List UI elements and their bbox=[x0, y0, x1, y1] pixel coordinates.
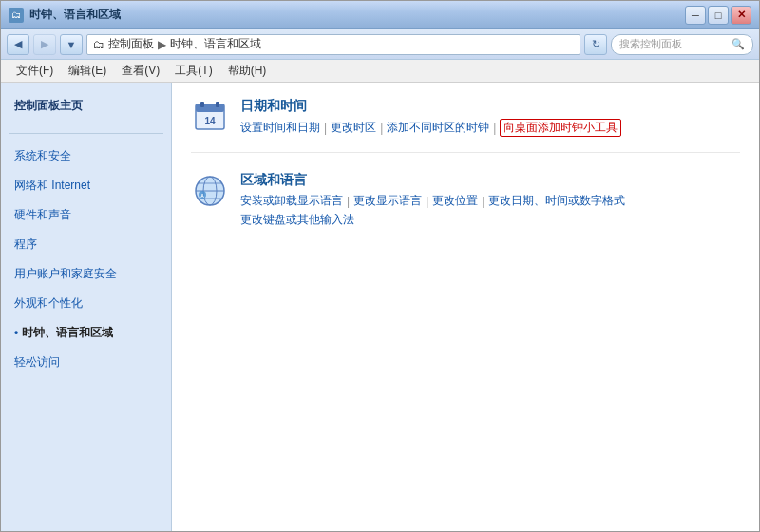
sidebar-item-accessibility[interactable]: 轻松访问 bbox=[9, 352, 163, 373]
menubar: 文件(F) 编辑(E) 查看(V) 工具(T) 帮助(H) bbox=[1, 60, 759, 83]
forward-button[interactable]: ▶ bbox=[33, 34, 56, 55]
region-title[interactable]: 区域和语言 bbox=[240, 172, 740, 189]
region-panel: A 区域和语言 安装或卸载显示语言 | 更改显示语言 | 更改位置 | 更改日期… bbox=[191, 172, 740, 243]
region-info: 区域和语言 安装或卸载显示语言 | 更改显示语言 | 更改位置 | 更改日期、时… bbox=[240, 172, 740, 228]
menu-edit[interactable]: 编辑(E) bbox=[61, 61, 114, 81]
svg-rect-3 bbox=[216, 102, 219, 107]
datetime-title[interactable]: 日期和时间 bbox=[240, 98, 740, 115]
titlebar-left: 🗂 时钟、语言和区域 bbox=[9, 7, 121, 23]
region-sublinks: 更改键盘或其他输入法 bbox=[240, 212, 740, 228]
refresh-button[interactable]: ↻ bbox=[584, 34, 607, 55]
path-icon: 🗂 bbox=[93, 38, 104, 51]
svg-text:A: A bbox=[200, 193, 204, 199]
addressbar: ◀ ▶ ▼ 🗂 控制面板 ▶ 时钟、语言和区域 ↻ 搜索控制面板 🔍 bbox=[1, 29, 759, 60]
region-icon: A bbox=[191, 172, 229, 210]
menu-view[interactable]: 查看(V) bbox=[114, 61, 167, 81]
region-link-install-lang[interactable]: 安装或卸载显示语言 bbox=[240, 193, 343, 209]
window-icon: 🗂 bbox=[9, 8, 24, 23]
sidebar-divider bbox=[9, 133, 163, 134]
dropdown-button[interactable]: ▼ bbox=[60, 34, 83, 55]
search-icon: 🔍 bbox=[732, 38, 745, 50]
datetime-link-gadget[interactable]: 向桌面添加时钟小工具 bbox=[500, 119, 621, 137]
datetime-links: 设置时间和日期 | 更改时区 | 添加不同时区的时钟 | 向桌面添加时钟小工具 bbox=[240, 119, 740, 137]
region-link-keyboard[interactable]: 更改键盘或其他输入法 bbox=[240, 212, 354, 228]
content-area: 14 日期和时间 设置时间和日期 | 更改时区 | 添加不同时区的时钟 | 向桌… bbox=[172, 83, 759, 531]
sidebar: 控制面板主页 系统和安全 网络和 Internet 硬件和声音 程序 用户账户和… bbox=[1, 83, 172, 531]
main-area: 控制面板主页 系统和安全 网络和 Internet 硬件和声音 程序 用户账户和… bbox=[1, 83, 759, 531]
sidebar-item-programs[interactable]: 程序 bbox=[9, 234, 163, 256]
menu-tools[interactable]: 工具(T) bbox=[167, 61, 219, 81]
search-placeholder: 搜索控制面板 bbox=[619, 37, 682, 51]
svg-rect-2 bbox=[200, 102, 204, 107]
sidebar-item-hardware[interactable]: 硬件和声音 bbox=[9, 204, 163, 226]
minimize-button[interactable]: ─ bbox=[685, 6, 706, 25]
path-current: 时钟、语言和区域 bbox=[170, 36, 261, 52]
region-link-change-lang[interactable]: 更改显示语言 bbox=[353, 193, 422, 209]
datetime-link-addclock[interactable]: 添加不同时区的时钟 bbox=[387, 120, 489, 136]
sidebar-item-system[interactable]: 系统和安全 bbox=[9, 145, 163, 167]
path-separator: ▶ bbox=[158, 38, 166, 51]
search-box[interactable]: 搜索控制面板 🔍 bbox=[611, 34, 753, 55]
path-prefix: 控制面板 bbox=[108, 36, 154, 52]
close-button[interactable]: ✕ bbox=[731, 6, 751, 25]
titlebar: 🗂 时钟、语言和区域 ─ □ ✕ bbox=[1, 1, 759, 29]
region-links: 安装或卸载显示语言 | 更改显示语言 | 更改位置 | 更改日期、时间或数字格式 bbox=[240, 193, 740, 209]
maximize-button[interactable]: □ bbox=[708, 6, 729, 25]
svg-rect-1 bbox=[196, 104, 224, 112]
sidebar-item-appearance[interactable]: 外观和个性化 bbox=[9, 293, 163, 314]
menu-file[interactable]: 文件(F) bbox=[9, 61, 61, 81]
back-button[interactable]: ◀ bbox=[7, 34, 29, 55]
main-window: 🗂 时钟、语言和区域 ─ □ ✕ ◀ ▶ ▼ 🗂 控制面板 ▶ 时钟、语言和区域… bbox=[0, 0, 760, 532]
menu-help[interactable]: 帮助(H) bbox=[220, 61, 275, 81]
sidebar-home[interactable]: 控制面板主页 bbox=[9, 94, 163, 118]
svg-text:14: 14 bbox=[204, 116, 216, 126]
region-link-format[interactable]: 更改日期、时间或数字格式 bbox=[488, 193, 625, 209]
sidebar-item-clock[interactable]: 时钟、语言和区域 bbox=[9, 322, 163, 344]
datetime-info: 日期和时间 设置时间和日期 | 更改时区 | 添加不同时区的时钟 | 向桌面添加… bbox=[240, 98, 740, 137]
sidebar-item-network[interactable]: 网络和 Internet bbox=[9, 175, 163, 197]
datetime-link-settime[interactable]: 设置时间和日期 bbox=[240, 120, 320, 136]
datetime-link-timezone[interactable]: 更改时区 bbox=[331, 120, 376, 136]
region-link-location[interactable]: 更改位置 bbox=[432, 193, 478, 209]
datetime-panel: 14 日期和时间 设置时间和日期 | 更改时区 | 添加不同时区的时钟 | 向桌… bbox=[191, 98, 740, 153]
sidebar-item-users[interactable]: 用户账户和家庭安全 bbox=[9, 263, 163, 285]
titlebar-buttons: ─ □ ✕ bbox=[685, 6, 751, 25]
address-path[interactable]: 🗂 控制面板 ▶ 时钟、语言和区域 bbox=[86, 34, 580, 55]
datetime-icon: 14 bbox=[191, 98, 229, 136]
window-title: 时钟、语言和区域 bbox=[29, 7, 121, 23]
